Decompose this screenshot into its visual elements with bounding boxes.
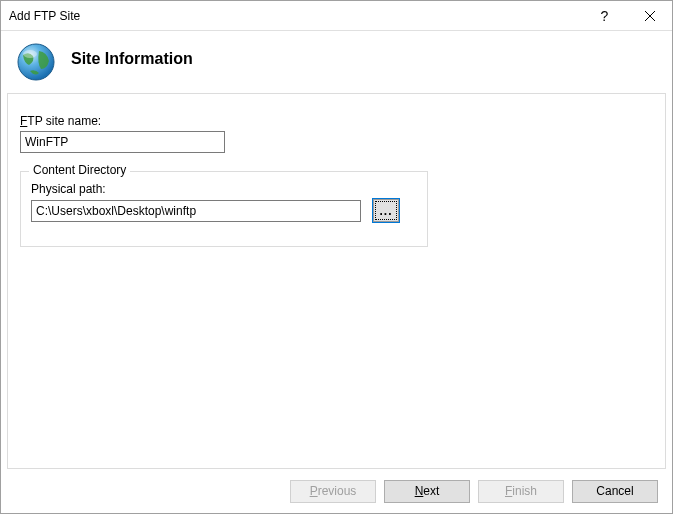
previous-button: Previous <box>290 480 376 503</box>
svg-point-3 <box>23 50 37 58</box>
help-button[interactable]: ? <box>582 1 627 30</box>
site-name-label: FTP site name: <box>20 114 653 128</box>
content-directory-legend: Content Directory <box>29 163 130 177</box>
wizard-footer: Previous Next Finish Cancel <box>1 469 672 513</box>
close-icon <box>645 11 655 21</box>
site-name-input[interactable] <box>20 131 225 153</box>
window-title: Add FTP Site <box>9 9 582 23</box>
globe-icon <box>15 41 57 83</box>
physical-path-input[interactable] <box>31 200 361 222</box>
cancel-button[interactable]: Cancel <box>572 480 658 503</box>
next-button[interactable]: Next <box>384 480 470 503</box>
wizard-header: Site Information <box>1 31 672 93</box>
page-title: Site Information <box>71 50 193 74</box>
wizard-content: FTP site name: Content Directory Physica… <box>7 93 666 469</box>
browse-button[interactable]: ... <box>373 199 399 222</box>
content-directory-group: Content Directory Physical path: ... <box>20 171 428 247</box>
finish-button: Finish <box>478 480 564 503</box>
close-button[interactable] <box>627 1 672 30</box>
titlebar: Add FTP Site ? <box>1 1 672 31</box>
physical-path-label: Physical path: <box>31 182 417 196</box>
